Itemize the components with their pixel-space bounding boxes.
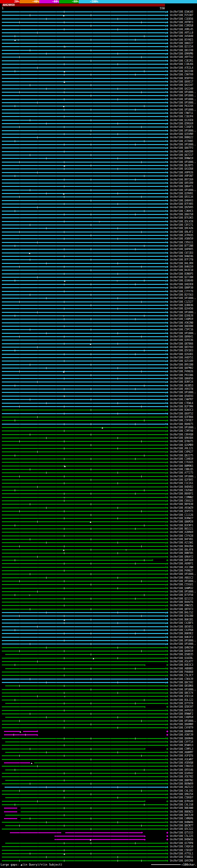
- hit-row[interactable]: UniRef100_C1BJP4: [0, 115, 197, 118]
- hit-label[interactable]: UniRef100_Q5UE93: [170, 395, 193, 398]
- hit-label[interactable]: UniRef100_C5L225: [170, 834, 193, 838]
- alignment-segment[interactable]: [65, 832, 141, 833]
- alignment-segment[interactable]: [2, 675, 165, 676]
- hit-row[interactable]: UniRef100_A8Q1C2: [0, 576, 197, 580]
- hit-row[interactable]: ▽ UniRef100_B75P50: [0, 593, 197, 597]
- hit-row[interactable]: ▲ UniRef100_C6TJD3: [0, 251, 197, 255]
- hit-row[interactable]: UniRef100_A9V1T8: [0, 388, 197, 391]
- hit-label[interactable]: UniRef100_C4QM19: [170, 317, 193, 321]
- hit-row[interactable]: UniRef100_Q4XH19: [0, 649, 197, 653]
- hit-label[interactable]: UniRef100_B69WX9: [170, 782, 193, 785]
- hit-label[interactable]: UniRef100_UP1000..: [170, 108, 196, 112]
- alignment-segment[interactable]: [2, 507, 165, 508]
- hit-label[interactable]: UniRef100_Q5P5T5: [170, 509, 193, 513]
- hit-row[interactable]: UniRef100_Q21215: [0, 597, 197, 600]
- alignment-segment[interactable]: [2, 389, 165, 390]
- alignment-segment[interactable]: [2, 39, 165, 40]
- hit-row[interactable]: UniRef100_B69WX9: [0, 782, 197, 785]
- hit-label[interactable]: UniRef100_A690Y1: [170, 562, 193, 565]
- hit-label[interactable]: UniRef100_B97269: [170, 178, 193, 181]
- hit-row[interactable]: UniRef100_Q4WM32: [0, 587, 197, 590]
- hit-row[interactable]: UniRef100_Q67217: [0, 153, 197, 157]
- hit-row[interactable]: UniRef100_A7PH35: [0, 234, 197, 237]
- alignment-segment[interactable]: [2, 50, 165, 51]
- hit-label[interactable]: UniRef100_Q01IV0: [170, 49, 193, 52]
- hit-row[interactable]: ▽ UniRef100_Q5UE93: [0, 395, 197, 398]
- hit-row[interactable]: ▲ UniRef100_Q6VE17: [0, 80, 197, 84]
- alignment-segment[interactable]: [2, 720, 165, 721]
- hit-label[interactable]: UniRef100_Q5CQX3: [170, 349, 193, 352]
- alignment-segment[interactable]: [2, 644, 165, 645]
- hit-row[interactable]: UniRef100_B9AZB4: [0, 545, 197, 548]
- alignment-segment[interactable]: [2, 193, 165, 194]
- hit-label[interactable]: UniRef100_C6ZGW2: [170, 489, 193, 492]
- alignment-segment[interactable]: [2, 794, 165, 795]
- hit-label[interactable]: UniRef100_C9W711: [170, 112, 193, 115]
- alignment-segment[interactable]: [2, 221, 165, 222]
- alignment-segment[interactable]: [4, 808, 17, 809]
- alignment-segment[interactable]: [2, 804, 165, 805]
- hit-label[interactable]: UniRef100_C4YT14: [170, 740, 193, 744]
- hit-row[interactable]: UniRef100_Q7YST8: [0, 702, 197, 705]
- alignment-segment[interactable]: [2, 738, 165, 739]
- hit-label[interactable]: UniRef100_C8V4Q0: [170, 433, 193, 436]
- hit-row[interactable]: UniRef100_B5DF93: [0, 77, 197, 80]
- hit-label[interactable]: UniRef100_Q65Y03: [170, 345, 193, 349]
- hit-label[interactable]: UniRef100_B3N6P5: [170, 272, 193, 276]
- alignment-segment[interactable]: [2, 381, 165, 382]
- hit-row[interactable]: ▲ UniRef100_P25387: [0, 13, 197, 17]
- hit-row[interactable]: UniRef100_Q2A456: [0, 307, 197, 310]
- hit-row[interactable]: UniRef100_C1Z327: [0, 300, 197, 304]
- hit-row[interactable]: UniRef100_B4LCS2: [0, 611, 197, 614]
- hit-label[interactable]: UniRef100_A2DR69: [170, 530, 193, 534]
- hit-label[interactable]: UniRef100_A5BV59: [170, 237, 193, 241]
- alignment-segment[interactable]: [2, 256, 165, 257]
- hit-row[interactable]: UniRef100_Q70U75: [0, 440, 197, 443]
- hit-label[interactable]: UniRef100_A7PH35: [170, 234, 193, 237]
- hit-row[interactable]: UniRef100_B2F5M4: [0, 405, 197, 408]
- hit-label[interactable]: UniRef100_Q27J08: [170, 276, 193, 279]
- hit-label[interactable]: UniRef100_Q4XH19: [170, 649, 193, 653]
- hit-label[interactable]: UniRef100_A63B53: [170, 384, 193, 388]
- hit-label[interactable]: UniRef100_UP1000..: [170, 94, 196, 97]
- hit-row[interactable]: UniRef100_P46060: [0, 670, 197, 674]
- hit-label[interactable]: UniRef100_B7FJT0: [170, 258, 193, 261]
- hit-row[interactable]: UniRef100_Q6CN77: [0, 824, 197, 827]
- alignment-segment[interactable]: [2, 567, 165, 568]
- hit-label[interactable]: UniRef100_C8BLQ5: [170, 468, 193, 471]
- hit-label[interactable]: UniRef100_C6GG23: [170, 499, 193, 502]
- alignment-segment[interactable]: [2, 43, 165, 44]
- alignment-segment[interactable]: [2, 392, 165, 393]
- alignment-segment[interactable]: [2, 294, 165, 295]
- hit-label[interactable]: UniRef100_Q70U75: [170, 440, 193, 443]
- alignment-segment[interactable]: [21, 818, 165, 819]
- alignment-segment[interactable]: [2, 141, 165, 142]
- alignment-segment[interactable]: [2, 137, 165, 138]
- hit-label[interactable]: UniRef100_Q6XF52: [170, 412, 193, 415]
- alignment-segment[interactable]: [2, 162, 165, 162]
- hit-label[interactable]: UniRef100_B0Y030: [170, 502, 193, 506]
- alignment-segment[interactable]: [2, 242, 165, 243]
- hit-label[interactable]: UniRef100_P49026: [170, 370, 193, 373]
- hit-row[interactable]: UniRef100_Q8T6T3: [0, 608, 197, 611]
- hit-label[interactable]: UniRef100_Q66N46: [170, 737, 193, 740]
- hit-label[interactable]: UniRef100_C9H7V9: [170, 73, 193, 76]
- alignment-segment[interactable]: [2, 32, 165, 33]
- hit-label[interactable]: UniRef100_A91WZ9: [170, 506, 193, 509]
- hit-row[interactable]: UniRef100_B6H075: [0, 423, 197, 426]
- hit-row[interactable]: UniRef100_B4BW46: [0, 820, 197, 824]
- hit-row[interactable]: UniRef100_B9NW19: [0, 157, 197, 160]
- hit-label[interactable]: UniRef100_C3XQF5: [170, 125, 193, 129]
- alignment-segment[interactable]: [2, 249, 165, 250]
- hit-label[interactable]: UniRef100_C7YY79: [170, 290, 193, 293]
- hit-label[interactable]: UniRef100_B9AZB4: [170, 545, 193, 548]
- hit-label[interactable]: UniRef100_B75P50: [170, 593, 193, 597]
- hit-row[interactable]: ▲ UniRef100_B4DW16: [0, 838, 197, 841]
- hit-label[interactable]: UniRef100_Q00Z27: [170, 41, 193, 45]
- alignment-segment[interactable]: [2, 438, 165, 438]
- hit-label[interactable]: UniRef100_C5DGD7: [170, 796, 193, 799]
- hit-label[interactable]: UniRef100_A73VW5: [170, 140, 193, 143]
- alignment-segment[interactable]: [2, 692, 165, 693]
- hit-label[interactable]: UniRef100_UP1000..: [170, 426, 196, 429]
- hit-label[interactable]: UniRef100_B4DW16: [170, 838, 193, 841]
